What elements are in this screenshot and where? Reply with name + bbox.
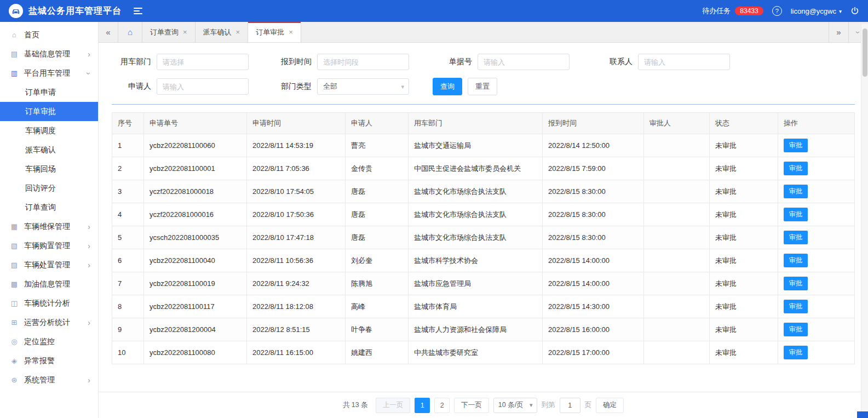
close-icon[interactable]: × xyxy=(289,28,293,36)
approve-button[interactable]: 审批 xyxy=(784,346,808,359)
disposal-icon: ▨ xyxy=(10,261,19,269)
sidebar-item-location-monitor[interactable]: ◎ 定位监控 xyxy=(0,332,98,351)
approve-button[interactable]: 审批 xyxy=(784,277,808,290)
dept-type-select[interactable]: 全部 ▾ xyxy=(317,78,409,95)
tabs-scroll-left-icon[interactable]: « xyxy=(99,22,118,42)
total-count: 共 13 条 xyxy=(343,400,368,410)
cell-applicant: 叶争春 xyxy=(346,318,409,341)
help-icon[interactable]: ? xyxy=(772,6,782,16)
cell-status: 未审批 xyxy=(710,295,778,318)
sidebar-collapse-icon[interactable] xyxy=(134,7,142,15)
cell-action: 审批 xyxy=(778,295,855,318)
cell-approver xyxy=(644,134,710,157)
close-icon[interactable]: × xyxy=(183,28,187,36)
todo-tasks-label[interactable]: 待办任务 xyxy=(702,6,731,16)
table-row: 9 ycbz2022081200004 2022/8/12 8:51:15 叶争… xyxy=(112,318,855,341)
sidebar-item-operation-analysis[interactable]: ⊞ 运营分析统计 › xyxy=(0,313,98,332)
tab-dispatch-confirm[interactable]: 派车确认 × xyxy=(196,22,249,42)
approve-button[interactable]: 审批 xyxy=(784,300,808,313)
page-title: 盐城公务用车管理平台 xyxy=(28,5,122,17)
base-info-icon: ▤ xyxy=(10,50,19,58)
sidebar-item-order-query[interactable]: 订单查询 xyxy=(0,198,98,217)
contact-input[interactable] xyxy=(638,54,730,70)
operations-icon: ⊞ xyxy=(10,318,19,327)
page-number-2[interactable]: 2 xyxy=(434,398,450,413)
report-time-input[interactable] xyxy=(317,54,409,70)
cell-apply-time: 2022/8/11 9:24:32 xyxy=(247,272,346,295)
cell-report-time: 2022/8/15 14:00:00 xyxy=(543,249,644,272)
next-page-button[interactable]: 下一页 xyxy=(454,398,489,413)
column-header: 序号 xyxy=(112,113,144,134)
tab-order-query[interactable]: 订单查询 × xyxy=(142,22,196,42)
sidebar-item-system-management[interactable]: ⊛ 系统管理 › xyxy=(0,370,98,390)
approve-button[interactable]: 审批 xyxy=(784,323,808,336)
page-size-select[interactable]: 10 条/页 ▾ xyxy=(493,398,537,413)
cell-approver xyxy=(644,180,710,203)
cell-order-no: ycbz2022081100019 xyxy=(144,272,247,295)
approve-button[interactable]: 审批 xyxy=(784,208,808,221)
approve-button[interactable]: 审批 xyxy=(784,231,808,244)
tab-order-approval[interactable]: 订单审批 × xyxy=(248,22,301,42)
reset-button[interactable]: 重置 xyxy=(468,78,497,95)
sidebar-item-base-info[interactable]: ▤ 基础信息管理 › xyxy=(0,44,98,64)
chevron-right-icon: › xyxy=(88,376,90,384)
page-number-1[interactable]: 1 xyxy=(415,398,430,413)
fuel-icon: ▩ xyxy=(10,280,19,288)
chevron-down-icon: ▾ xyxy=(839,8,842,14)
sidebar-item-abnormal-alarm[interactable]: ◈ 异常报警 xyxy=(0,351,98,370)
doc-no-input[interactable] xyxy=(478,54,570,70)
cell-order-no: ycbz2022081100117 xyxy=(144,295,247,318)
cell-order-no: ycbz2022081100060 xyxy=(144,134,247,157)
sidebar-item-order-apply[interactable]: 订单申请 xyxy=(0,83,98,102)
sidebar-item-feedback-score[interactable]: 回访评分 xyxy=(0,179,98,198)
approve-button[interactable]: 审批 xyxy=(784,185,808,198)
cell-applicant: 高峰 xyxy=(346,295,409,318)
column-header: 申请人 xyxy=(346,113,409,134)
approve-button[interactable]: 审批 xyxy=(784,162,808,175)
applicant-input[interactable] xyxy=(157,78,249,95)
sidebar-item-home[interactable]: ⌂ 首页 xyxy=(0,25,98,44)
cell-report-time: 2022/8/15 8:30:00 xyxy=(543,203,644,226)
cell-seq: 3 xyxy=(112,180,144,203)
logout-power-icon[interactable] xyxy=(850,7,859,15)
approve-button[interactable]: 审批 xyxy=(784,139,808,152)
tabs-scroll-right-icon[interactable]: » xyxy=(829,22,848,42)
filter-applicant: 申请人 xyxy=(112,78,251,95)
tab-home[interactable]: ⌂ xyxy=(118,22,142,42)
cell-department: 盐城市科学技术协会 xyxy=(409,249,543,272)
cell-approver xyxy=(644,318,710,341)
sidebar-item-order-approval[interactable]: 订单审批 xyxy=(0,102,98,121)
scrollbar-thumb[interactable] xyxy=(863,28,867,77)
statistics-icon: ◫ xyxy=(10,299,19,307)
system-icon: ⊛ xyxy=(10,376,19,384)
sidebar-item-purchase[interactable]: ▧ 车辆购置管理 › xyxy=(0,236,98,255)
filter-divider xyxy=(112,104,855,105)
close-icon[interactable]: × xyxy=(236,28,240,36)
sidebar-item-platform-vehicle[interactable]: ▥ 平台用车管理 › xyxy=(0,64,98,83)
cell-apply-time: 2022/8/11 10:56:36 xyxy=(247,249,346,272)
jump-page-input[interactable] xyxy=(560,398,580,413)
sidebar-item-vehicle-return[interactable]: 车辆回场 xyxy=(0,159,98,179)
prev-page-button[interactable]: 上一页 xyxy=(376,398,411,413)
sidebar-item-disposal[interactable]: ▨ 车辆处置管理 › xyxy=(0,255,98,274)
cell-approver xyxy=(644,295,710,318)
user-menu[interactable]: licong@ycgwc ▾ xyxy=(791,7,842,15)
search-button[interactable]: 查询 xyxy=(433,78,462,95)
platform-logo xyxy=(9,4,23,18)
confirm-jump-button[interactable]: 确定 xyxy=(596,398,624,413)
approve-button[interactable]: 审批 xyxy=(784,254,808,267)
order-approval-page: 用车部门 报到时间 单据号 联系人 xyxy=(99,43,868,418)
cell-department: 盐城市交通运输局 xyxy=(409,134,543,157)
department-select[interactable] xyxy=(157,54,249,70)
sidebar-item-vehicle-dispatch[interactable]: 车辆调度 xyxy=(0,121,98,140)
sidebar-item-vehicle-statistics[interactable]: ◫ 车辆统计分析 xyxy=(0,294,98,313)
cell-approver xyxy=(644,157,710,180)
filter-dept-type: 部门类型 全部 ▾ xyxy=(272,78,412,95)
sidebar-item-fuel-info[interactable]: ▩ 加油信息管理 xyxy=(0,274,98,294)
sidebar-item-dispatch-confirm[interactable]: 派车确认 xyxy=(0,140,98,159)
vertical-scrollbar[interactable] xyxy=(861,24,868,411)
cell-report-time: 2022/8/15 14:00:00 xyxy=(543,272,644,295)
orders-table: 序号申请单号申请时间申请人用车部门报到时间审批人状态操作 1 ycbz20220… xyxy=(112,112,855,364)
table-row: 8 ycbz2022081100117 2022/8/11 18:12:08 高… xyxy=(112,295,855,318)
sidebar-item-maintenance[interactable]: ▦ 车辆维保管理 › xyxy=(0,217,98,236)
